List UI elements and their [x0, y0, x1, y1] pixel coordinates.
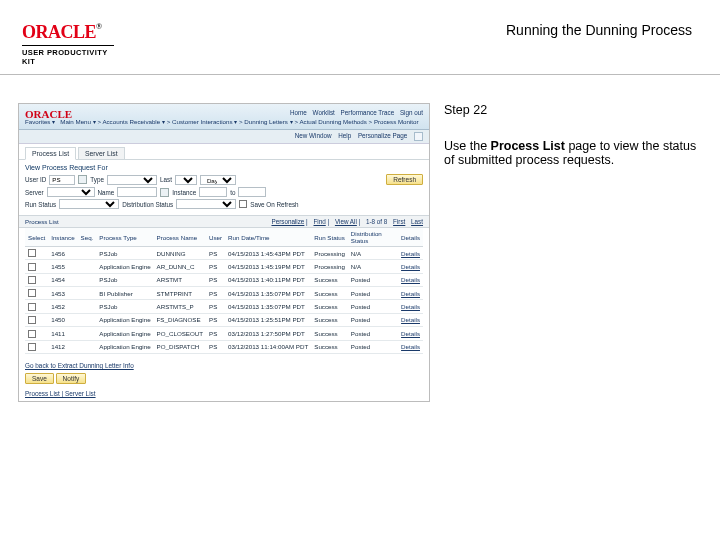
dist-status-select[interactable]: [176, 199, 236, 209]
details-link[interactable]: Details: [401, 250, 420, 257]
global-link-home[interactable]: Home: [290, 109, 307, 116]
cell-dt: 03/12/2013 11:14:00AM PDT: [225, 340, 311, 353]
doc-title: Running the Dunning Process: [506, 22, 700, 38]
save-button[interactable]: Save: [25, 373, 54, 384]
cell-dist: Posted: [348, 273, 398, 286]
page-tabs: Process List Server List: [19, 144, 429, 160]
grid-last[interactable]: Last: [411, 218, 423, 225]
details-link[interactable]: Details: [401, 290, 420, 297]
cell-instance: 1450: [48, 313, 77, 326]
bc-item[interactable]: Customer Interactions ▾: [172, 118, 237, 125]
inst-bold: Process List: [491, 139, 565, 153]
bc-item[interactable]: Favorites ▾: [25, 118, 55, 125]
col-seq[interactable]: Seq.: [78, 228, 97, 247]
grid-personalize[interactable]: Personalize: [271, 218, 304, 225]
mock-window: ORACLE Home Worklist Performance Trace S…: [18, 103, 430, 402]
col-select[interactable]: Select: [25, 228, 48, 247]
instance-label: Instance: [172, 189, 196, 196]
bottom-tabs-links[interactable]: Process List | Server List: [25, 390, 423, 397]
bc-item[interactable]: Actual Dunning Methods: [299, 118, 366, 125]
grid-viewall[interactable]: View All: [335, 218, 357, 225]
cell-dist: N/A: [348, 247, 398, 260]
cell-run: Success: [311, 300, 348, 313]
notify-button[interactable]: Notify: [56, 373, 87, 384]
tab-server-list[interactable]: Server List: [78, 147, 124, 160]
global-link-perf[interactable]: Performance Trace: [341, 109, 395, 116]
cell-dist: Posted: [348, 287, 398, 300]
cell-pname: DUNNING: [154, 247, 206, 260]
oracle-logo: ORACLE® USER PRODUCTIVITY KIT: [22, 22, 114, 66]
row-select-checkbox[interactable]: [28, 316, 36, 324]
save-on-refresh-checkbox[interactable]: [239, 200, 247, 208]
user-id-input[interactable]: [49, 175, 75, 185]
col-instance[interactable]: Instance: [48, 228, 77, 247]
cell-dt: 04/15/2013 1:45:43PM PDT: [225, 247, 311, 260]
instance-to[interactable]: [238, 187, 266, 197]
global-link-signout[interactable]: Sign out: [400, 109, 423, 116]
cell-run: Success: [311, 327, 348, 340]
cell-ptype: Application Engine: [96, 260, 153, 273]
cell-run: Success: [311, 313, 348, 326]
cell-seq: [78, 300, 97, 313]
row-select-checkbox[interactable]: [28, 343, 36, 351]
dist-status-label: Distribution Status: [122, 201, 173, 208]
refresh-button[interactable]: Refresh: [386, 174, 423, 185]
grid-first[interactable]: First: [393, 218, 405, 225]
user-id-label: User ID: [25, 176, 46, 183]
lookup-icon[interactable]: [78, 175, 87, 184]
table-row: 1411Application EnginePO_CLOSEOUTPS03/12…: [25, 327, 423, 340]
row-select-checkbox[interactable]: [28, 276, 36, 284]
last-label: Last: [160, 176, 172, 183]
cell-user: PS: [206, 260, 225, 273]
lookup-icon[interactable]: [160, 188, 169, 197]
grid-find[interactable]: Find: [314, 218, 326, 225]
tab-process-list[interactable]: Process List: [25, 147, 76, 160]
instance-from[interactable]: [199, 187, 227, 197]
last-unit-select[interactable]: Days: [200, 175, 236, 185]
details-link[interactable]: Details: [401, 276, 420, 283]
link-new-window[interactable]: New Window: [295, 132, 332, 139]
col-dist[interactable]: Distribution Status: [348, 228, 398, 247]
row-select-checkbox[interactable]: [28, 303, 36, 311]
details-link[interactable]: Details: [401, 316, 420, 323]
cell-dt: 04/15/2013 1:25:51PM PDT: [225, 313, 311, 326]
cell-seq: [78, 340, 97, 353]
details-link[interactable]: Details: [401, 263, 420, 270]
details-link[interactable]: Details: [401, 343, 420, 350]
col-run[interactable]: Run Status: [311, 228, 348, 247]
bc-item[interactable]: Accounts Receivable ▾: [102, 118, 165, 125]
cell-dist: Posted: [348, 327, 398, 340]
col-dt[interactable]: Run Date/Time: [225, 228, 311, 247]
filter-title: View Process Request For: [25, 164, 423, 171]
cell-run: Processing: [311, 247, 348, 260]
cell-ptype: Application Engine: [96, 313, 153, 326]
row-select-checkbox[interactable]: [28, 263, 36, 271]
server-select[interactable]: [47, 187, 95, 197]
col-ptype[interactable]: Process Type: [96, 228, 153, 247]
oracle-wordmark: ORACLE®: [22, 22, 102, 42]
row-select-checkbox[interactable]: [28, 330, 36, 338]
type-select[interactable]: [107, 175, 157, 185]
cell-instance: 1411: [48, 327, 77, 340]
bc-item[interactable]: Main Menu ▾: [60, 118, 95, 125]
row-select-checkbox[interactable]: [28, 249, 36, 257]
last-num-select[interactable]: 1: [175, 175, 197, 185]
link-personalize[interactable]: Personalize Page: [358, 132, 407, 139]
link-help[interactable]: Help: [338, 132, 351, 139]
instance-to-label: to: [230, 189, 235, 196]
name-input[interactable]: [117, 187, 157, 197]
global-link-worklist[interactable]: Worklist: [313, 109, 335, 116]
col-pname[interactable]: Process Name: [154, 228, 206, 247]
cell-run: Processing: [311, 260, 348, 273]
bc-item[interactable]: Process Monitor: [374, 118, 419, 125]
row-select-checkbox[interactable]: [28, 289, 36, 297]
bc-item[interactable]: Dunning Letters ▾: [244, 118, 292, 125]
table-row: 1454PSJobARSTMTPS04/15/2013 1:40:11PM PD…: [25, 273, 423, 286]
header-divider: [0, 74, 720, 75]
details-link[interactable]: Details: [401, 303, 420, 310]
goback-link[interactable]: Go back to Extract Dunning Letter Info: [25, 362, 423, 369]
col-details[interactable]: Details: [398, 228, 423, 247]
run-status-select[interactable]: [59, 199, 119, 209]
details-link[interactable]: Details: [401, 330, 420, 337]
col-user[interactable]: User: [206, 228, 225, 247]
